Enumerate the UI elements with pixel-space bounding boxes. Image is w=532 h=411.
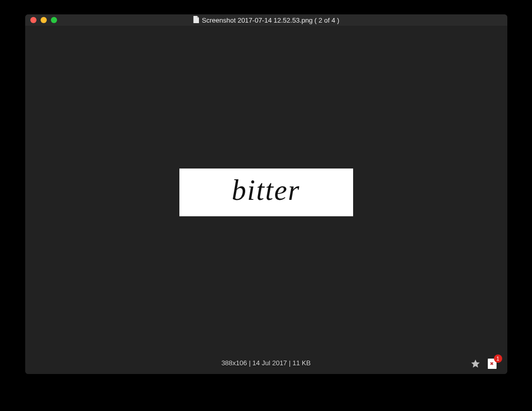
action-tray: ✖ 1 bbox=[470, 359, 498, 369]
window-title: Screenshot 2017-07-14 12.52.53.png ( 2 o… bbox=[193, 16, 339, 25]
minimize-button[interactable] bbox=[41, 17, 47, 23]
preview-window: Screenshot 2017-07-14 12.52.53.png ( 2 o… bbox=[25, 14, 507, 374]
preview-image: bitter bbox=[179, 169, 353, 216]
file-badge-glyph: ✖ bbox=[490, 362, 494, 366]
favorite-button[interactable] bbox=[470, 359, 481, 369]
window-titlebar: Screenshot 2017-07-14 12.52.53.png ( 2 o… bbox=[25, 14, 507, 26]
tag-button[interactable]: ✖ 1 bbox=[488, 359, 498, 369]
star-icon bbox=[470, 362, 481, 370]
close-button[interactable] bbox=[30, 17, 36, 23]
file-icon bbox=[193, 16, 199, 25]
notification-badge: 1 bbox=[494, 354, 502, 363]
image-info-status: 388x106 | 14 Jul 2017 | 11 KB bbox=[222, 359, 311, 367]
image-content-text: bitter bbox=[232, 174, 300, 207]
image-viewer[interactable]: bitter 388x106 | 14 Jul 2017 | 11 KB ✖ 1 bbox=[25, 26, 507, 374]
window-controls bbox=[30, 17, 57, 23]
window-title-text: Screenshot 2017-07-14 12.52.53.png ( 2 o… bbox=[202, 16, 339, 24]
maximize-button[interactable] bbox=[51, 17, 57, 23]
